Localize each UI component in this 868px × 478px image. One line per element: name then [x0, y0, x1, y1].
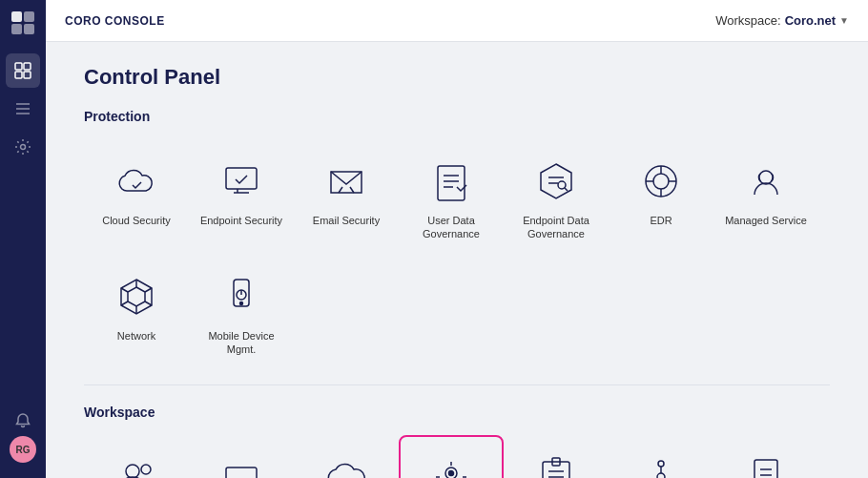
svg-point-11 — [21, 145, 26, 150]
sidebar-bottom: RG — [10, 413, 36, 470]
sidebar-nav — [6, 53, 40, 413]
edr-icon — [636, 156, 686, 206]
svg-rect-4 — [15, 63, 22, 70]
svg-rect-7 — [24, 72, 31, 78]
svg-point-14 — [558, 181, 566, 189]
svg-rect-36 — [226, 468, 257, 478]
page-title: Control Panel — [84, 65, 830, 90]
notification-bell[interactable] — [15, 413, 31, 428]
protection-section-title: Protection — [84, 109, 830, 124]
svg-point-34 — [126, 465, 139, 478]
svg-point-21 — [759, 171, 773, 184]
access-control-icon — [426, 452, 476, 478]
svg-line-29 — [121, 288, 128, 292]
svg-point-16 — [653, 174, 669, 189]
header-title: CORO CONSOLE — [65, 14, 165, 28]
app-logo[interactable] — [8, 8, 38, 38]
card-cloud-applications[interactable]: Cloud Applications — [294, 435, 399, 478]
card-email-security[interactable]: Email Security — [294, 139, 399, 255]
user-data-governance-icon — [426, 156, 476, 206]
user-data-governance-label: User Data Governance — [408, 214, 494, 241]
card-activity-logs[interactable]: Activity Logs — [504, 435, 609, 478]
card-managed-service[interactable]: Managed Service — [713, 139, 818, 255]
edr-label: EDR — [650, 214, 672, 227]
cloud-security-label: Cloud Security — [102, 214, 171, 227]
connectors-icon — [636, 452, 686, 478]
workspace-section-title: Workspace — [84, 405, 830, 420]
card-users[interactable]: Users — [84, 435, 189, 478]
svg-line-25 — [145, 288, 152, 292]
card-connectors[interactable]: Connectors — [609, 435, 713, 478]
svg-point-35 — [141, 465, 151, 474]
svg-rect-3 — [24, 24, 34, 34]
card-endpoint-security[interactable]: Endpoint Security — [189, 139, 294, 255]
card-access-control[interactable]: Access Control — [399, 435, 504, 478]
network-icon — [112, 272, 161, 322]
endpoint-data-governance-icon — [531, 156, 581, 206]
workspace-section: Workspace Users — [84, 405, 830, 478]
workspace-grid: Users Devices — [84, 435, 830, 478]
section-divider-1 — [84, 384, 830, 385]
content-area: Control Panel Protection Cloud Security — [46, 42, 868, 478]
svg-rect-13 — [438, 166, 465, 200]
mobile-device-mgmt-icon — [217, 272, 266, 322]
activity-logs-icon — [531, 452, 581, 478]
protection-grid: Cloud Security Endpoint Security — [84, 139, 830, 369]
email-security-label: Email Security — [313, 214, 380, 227]
chevron-down-icon: ▼ — [839, 15, 849, 26]
svg-point-31 — [240, 301, 243, 304]
workspace-label: Workspace: — [715, 13, 780, 28]
sidebar-item-settings[interactable] — [6, 130, 40, 164]
svg-point-42 — [658, 461, 664, 467]
svg-line-28 — [121, 301, 128, 305]
card-endpoint-data-governance[interactable]: Endpoint Data Governance — [504, 139, 609, 255]
card-edr[interactable]: EDR — [609, 139, 713, 255]
card-user-data-governance[interactable]: User Data Governance — [399, 139, 504, 255]
endpoint-security-icon — [217, 156, 266, 206]
workspace-selector[interactable]: Workspace: Coro.net ▼ — [715, 13, 849, 28]
card-devices[interactable]: Devices — [189, 435, 294, 478]
svg-rect-6 — [15, 72, 22, 78]
svg-rect-2 — [11, 24, 22, 34]
svg-rect-0 — [11, 11, 22, 22]
header: CORO CONSOLE Workspace: Coro.net ▼ — [46, 0, 868, 42]
card-network[interactable]: Network — [84, 255, 189, 370]
email-security-icon — [321, 156, 371, 206]
workspace-name: Coro.net — [785, 13, 836, 28]
svg-marker-23 — [128, 287, 145, 306]
users-icon — [112, 452, 161, 478]
devices-icon — [217, 452, 266, 478]
sidebar-item-dashboard[interactable] — [6, 53, 40, 88]
endpoint-security-label: Endpoint Security — [200, 214, 282, 227]
endpoint-data-governance-label: Endpoint Data Governance — [513, 214, 599, 241]
user-avatar[interactable]: RG — [10, 436, 36, 463]
main-content: CORO CONSOLE Workspace: Coro.net ▼ Contr… — [46, 0, 868, 478]
card-mobile-device-mgmt[interactable]: Mobile Device Mgmt. — [189, 255, 294, 370]
sidebar: RG — [0, 0, 46, 478]
cloud-applications-icon — [321, 452, 371, 478]
svg-rect-39 — [543, 462, 569, 478]
card-cloud-security[interactable]: Cloud Security — [84, 139, 189, 255]
protection-section: Protection Cloud Security — [84, 109, 830, 369]
managed-service-label: Managed Service — [725, 214, 807, 227]
svg-rect-12 — [226, 168, 257, 189]
svg-rect-1 — [24, 11, 34, 22]
sidebar-item-list[interactable] — [6, 92, 40, 126]
managed-service-icon — [741, 156, 791, 206]
card-reports[interactable]: Reports — [713, 435, 818, 478]
svg-line-26 — [145, 301, 152, 305]
svg-point-38 — [449, 471, 454, 476]
svg-point-41 — [657, 473, 665, 478]
svg-rect-5 — [24, 63, 31, 70]
cloud-security-icon — [112, 156, 161, 206]
network-label: Network — [117, 329, 155, 343]
reports-icon — [741, 452, 791, 478]
mobile-device-mgmt-label: Mobile Device Mgmt. — [198, 329, 284, 357]
